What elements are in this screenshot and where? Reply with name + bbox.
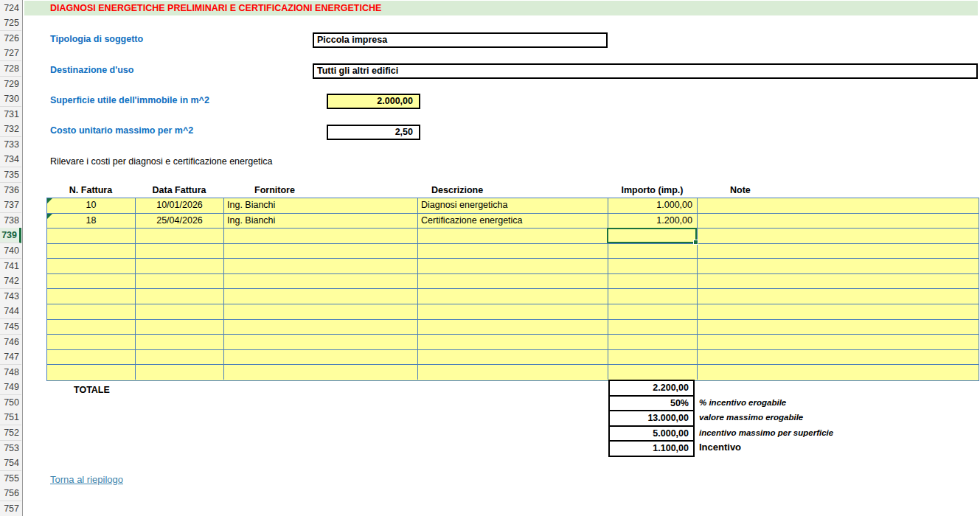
total-value-cell[interactable]: 5.000,00 (610, 427, 693, 442)
row-header-749[interactable]: 749 (0, 380, 21, 395)
cell-fornitore[interactable]: Ing. Bianchi (224, 214, 418, 229)
cell-fornitore[interactable] (224, 229, 418, 243)
cell-data_fattura[interactable] (136, 350, 224, 365)
cell-n_fattura[interactable] (47, 304, 136, 319)
row-header-747[interactable]: 747 (0, 349, 21, 365)
cell-importo[interactable] (608, 289, 698, 304)
total-value-cell[interactable]: 13.000,00 (610, 411, 693, 427)
input-superficie-utile[interactable]: 2.000,00 (327, 94, 420, 109)
cell-n_fattura[interactable]: 18 (47, 214, 136, 229)
cell-importo[interactable] (608, 274, 698, 289)
cell-data_fattura[interactable] (136, 289, 224, 304)
row-header-755[interactable]: 755 (0, 471, 21, 487)
row-header-728[interactable]: 728 (0, 61, 21, 77)
row-header-756[interactable]: 756 (0, 486, 21, 501)
cell-descrizione[interactable] (418, 259, 608, 273)
row-header-733[interactable]: 733 (0, 137, 21, 153)
row-header-743[interactable]: 743 (0, 289, 21, 304)
row-header-730[interactable]: 730 (0, 91, 21, 107)
row-header-729[interactable]: 729 (0, 77, 21, 92)
input-costo-unitario[interactable]: 2,50 (327, 125, 420, 140)
cell-importo[interactable] (608, 304, 698, 319)
row-header-734[interactable]: 734 (0, 152, 21, 167)
row-header-739[interactable]: 739 (0, 228, 21, 243)
active-cell-selection[interactable] (607, 228, 697, 243)
total-value-cell[interactable]: 2.200,00 (610, 381, 693, 397)
row-header-757[interactable]: 757 (0, 501, 21, 516)
cell-fornitore[interactable] (224, 244, 418, 259)
cell-note[interactable] (698, 198, 979, 213)
cell-descrizione[interactable] (418, 244, 608, 259)
torna-al-riepilogo-link[interactable]: Torna al riepilogo (50, 474, 123, 485)
cell-descrizione[interactable]: Diagnosi energeticha (418, 198, 608, 213)
cell-note[interactable] (698, 289, 979, 304)
row-header-751[interactable]: 751 (0, 410, 21, 425)
input-tipologia-soggetto[interactable]: Piccola impresa (313, 32, 608, 48)
cell-n_fattura[interactable] (47, 335, 136, 349)
cell-fornitore[interactable] (224, 289, 418, 304)
cell-n_fattura[interactable] (47, 365, 136, 380)
cell-note[interactable] (698, 350, 979, 365)
cell-descrizione[interactable] (418, 320, 608, 335)
fill-handle[interactable] (693, 240, 698, 245)
row-header-744[interactable]: 744 (0, 304, 21, 319)
cell-n_fattura[interactable] (47, 244, 136, 259)
cell-note[interactable] (698, 259, 979, 273)
row-header-754[interactable]: 754 (0, 456, 21, 471)
cell-data_fattura[interactable] (136, 274, 224, 289)
cell-fornitore[interactable] (224, 335, 418, 349)
cell-importo[interactable] (608, 335, 698, 349)
cell-importo[interactable]: 1.200,00 (608, 214, 698, 229)
cell-importo[interactable] (608, 259, 698, 273)
row-header-724[interactable]: 724 (0, 1, 21, 16)
cell-data_fattura[interactable] (136, 259, 224, 273)
cell-n_fattura[interactable] (47, 320, 136, 335)
cell-descrizione[interactable] (418, 365, 608, 380)
cell-descrizione[interactable] (418, 304, 608, 319)
cell-fornitore[interactable] (224, 304, 418, 319)
cell-fornitore[interactable] (224, 320, 418, 335)
cell-descrizione[interactable] (418, 274, 608, 289)
row-header-731[interactable]: 731 (0, 107, 21, 122)
total-value-cell[interactable]: 50% (610, 397, 693, 412)
cell-fornitore[interactable]: Ing. Bianchi (224, 198, 418, 213)
row-header-741[interactable]: 741 (0, 259, 21, 274)
cell-importo[interactable] (608, 365, 698, 380)
cell-note[interactable] (698, 214, 979, 229)
cell-data_fattura[interactable] (136, 304, 224, 319)
row-header-727[interactable]: 727 (0, 46, 21, 61)
cell-data_fattura[interactable]: 25/04/2026 (136, 214, 224, 229)
cell-data_fattura[interactable] (136, 244, 224, 259)
row-header-735[interactable]: 735 (0, 167, 21, 183)
row-header-742[interactable]: 742 (0, 273, 21, 289)
cell-n_fattura[interactable]: 10 (47, 198, 136, 213)
cell-data_fattura[interactable] (136, 320, 224, 335)
cell-note[interactable] (698, 365, 979, 380)
cell-n_fattura[interactable] (47, 350, 136, 365)
row-header-746[interactable]: 746 (0, 335, 21, 350)
cell-descrizione[interactable] (418, 335, 608, 349)
cell-fornitore[interactable] (224, 350, 418, 365)
cell-descrizione[interactable] (418, 289, 608, 304)
cell-data_fattura[interactable] (136, 335, 224, 349)
row-header-745[interactable]: 745 (0, 319, 21, 335)
cell-note[interactable] (698, 335, 979, 349)
total-value-cell[interactable]: 1.100,00 (610, 442, 693, 456)
row-header-737[interactable]: 737 (0, 198, 21, 213)
cell-n_fattura[interactable] (47, 259, 136, 273)
row-header-738[interactable]: 738 (0, 213, 21, 229)
cell-n_fattura[interactable] (47, 289, 136, 304)
cell-data_fattura[interactable] (136, 365, 224, 380)
cell-fornitore[interactable] (224, 365, 418, 380)
row-header-748[interactable]: 748 (0, 365, 21, 380)
row-header-725[interactable]: 725 (0, 15, 21, 31)
row-header-752[interactable]: 752 (0, 425, 21, 441)
cell-descrizione[interactable] (418, 229, 608, 243)
cell-data_fattura[interactable] (136, 229, 224, 243)
cell-importo[interactable] (608, 320, 698, 335)
cell-fornitore[interactable] (224, 274, 418, 289)
cell-importo[interactable] (608, 350, 698, 365)
cell-note[interactable] (698, 274, 979, 289)
row-header-732[interactable]: 732 (0, 122, 21, 137)
cell-importo[interactable]: 1.000,00 (608, 198, 698, 213)
